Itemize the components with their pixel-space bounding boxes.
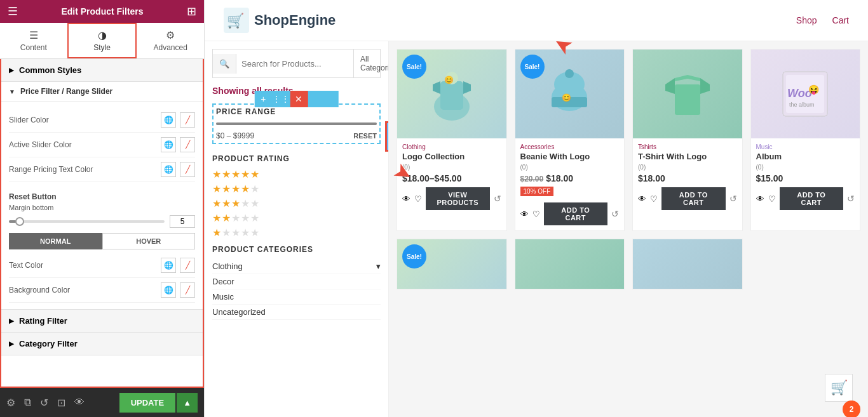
range-pricing-globe[interactable]: 🌐 xyxy=(161,162,176,177)
toggle-hover[interactable]: HOVER xyxy=(102,233,196,249)
product-info-2: Accessories Beanie With Logo (0) $20.00$… xyxy=(515,138,625,230)
product-rating-section: PRODUCT RATING ★★★★★ ★★★★★ ★★★★★ ★★★★★ xyxy=(212,154,381,239)
product-card-4: Woo the album 😝 Music Album (0) $15.00 👁… xyxy=(750,49,861,231)
slider-color-globe[interactable]: 🌐 xyxy=(161,112,176,128)
update-arrow-button[interactable]: ▲ xyxy=(177,393,198,413)
state-toggle: NORMAL HOVER xyxy=(9,233,195,249)
svg-marker-4 xyxy=(433,81,440,94)
slider-color-pick[interactable]: ╱ xyxy=(180,112,195,128)
add-to-cart-btn-3[interactable]: ADD TO CART xyxy=(661,187,726,210)
rating-1[interactable]: ★★★★★ xyxy=(212,227,381,239)
add-to-cart-btn-2[interactable]: ADD TO CART xyxy=(544,202,608,225)
update-button[interactable]: UPDATE xyxy=(119,393,175,413)
widget-move-btn[interactable]: ⋮⋮ xyxy=(272,91,290,107)
category-uncategorized[interactable]: Uncategorized xyxy=(212,305,381,320)
rating-2[interactable]: ★★★★★ xyxy=(212,212,381,224)
range-pricing-label: Range Pricing Text Color xyxy=(9,165,93,174)
eye-icon-1[interactable]: 👁 xyxy=(402,194,410,204)
categories-dropdown[interactable]: All Categories ▾ xyxy=(353,50,389,77)
price-range-fill xyxy=(216,122,377,125)
rating-options: ★★★★★ ★★★★★ ★★★★★ ★★★★★ ★★★★★ xyxy=(212,168,381,239)
panel-header: ☰ Edit Product Filters ⊞ xyxy=(0,0,204,23)
hamburger-icon[interactable]: ☰ xyxy=(8,4,18,18)
search-input[interactable] xyxy=(236,54,353,74)
product-image-7 xyxy=(633,239,742,289)
product-image-3 xyxy=(633,50,742,138)
left-panel: ☰ Edit Product Filters ⊞ ☰ Content ◑ Sty… xyxy=(0,0,205,417)
slider-track[interactable] xyxy=(9,220,165,223)
product-price-4: $15.00 xyxy=(756,173,855,183)
product-illustration-3 xyxy=(656,62,719,126)
rotate-icon-4[interactable]: ↺ xyxy=(847,194,855,204)
heart-icon-3[interactable]: ♡ xyxy=(650,194,658,204)
nav-cart[interactable]: Cart xyxy=(832,15,849,25)
advanced-icon: ⚙ xyxy=(166,29,175,41)
rotate-icon-1[interactable]: ↺ xyxy=(494,194,501,204)
text-color-globe[interactable]: 🌐 xyxy=(161,258,176,273)
product-categories-section: PRODUCT CATEGORIES Clothing ▾ Decor Musi… xyxy=(212,245,381,320)
shop-logo: 🛒 ShopEngine xyxy=(224,8,336,33)
widget-close-btn[interactable]: ✕ xyxy=(290,91,308,107)
margin-bottom-value[interactable] xyxy=(170,215,195,228)
text-color-row: Text Color 🌐 ╱ xyxy=(9,253,195,278)
toggle-normal[interactable]: NORMAL xyxy=(9,233,102,249)
tab-advanced[interactable]: ⚙ Advanced xyxy=(137,23,204,58)
category-clothing[interactable]: Clothing ▾ xyxy=(212,259,381,274)
category-filter-header[interactable]: ▶ Category Filter xyxy=(1,333,203,355)
bg-color-globe[interactable]: 🌐 xyxy=(161,282,176,298)
price-range-labels: $0 – $9999 RESET xyxy=(216,131,377,140)
rating-5[interactable]: ★★★★★ xyxy=(212,168,381,180)
view-products-btn-1[interactable]: VIEW PRODUCTS xyxy=(426,187,490,210)
rating-4[interactable]: ★★★★★ xyxy=(212,183,381,195)
heart-icon-4[interactable]: ♡ xyxy=(768,194,776,204)
stars-1: ★★★★★ xyxy=(212,227,260,239)
product-card-6 xyxy=(515,239,625,289)
margin-bottom-slider xyxy=(9,215,195,228)
rotate-icon-2[interactable]: ↺ xyxy=(611,209,619,219)
history-icon[interactable]: ↺ xyxy=(40,397,48,409)
price-range-track[interactable] xyxy=(216,122,377,125)
tab-content[interactable]: ☰ Content xyxy=(0,23,67,58)
sale-badge-2: Sale! xyxy=(520,55,545,79)
bg-color-pick[interactable]: ╱ xyxy=(180,282,195,298)
layers-icon[interactable]: ⧉ xyxy=(24,397,31,409)
widget-add-btn[interactable]: + xyxy=(254,91,272,107)
shop-nav: Shop Cart xyxy=(796,15,849,25)
search-icon[interactable]: 🔍 xyxy=(213,54,236,74)
product-card-5: Sale! xyxy=(397,239,507,289)
common-styles-header[interactable]: ▶ Common Styles xyxy=(1,59,203,82)
active-slider-pick[interactable]: ╱ xyxy=(180,137,195,152)
nav-shop[interactable]: Shop xyxy=(796,15,817,25)
product-actions-3: 👁 ♡ ADD TO CART ↺ xyxy=(638,187,737,210)
heart-icon-1[interactable]: ♡ xyxy=(414,194,422,204)
active-slider-globe[interactable]: 🌐 xyxy=(161,137,176,152)
heart-icon-2[interactable]: ♡ xyxy=(532,209,540,219)
add-to-cart-btn-4[interactable]: ADD TO CART xyxy=(780,187,844,210)
stars-3: ★★★★★ xyxy=(212,197,260,209)
eye-icon-3[interactable]: 👁 xyxy=(638,194,646,204)
range-pricing-text-color-row: Range Pricing Text Color 🌐 ╱ xyxy=(9,157,195,182)
settings-icon[interactable]: ⚙ xyxy=(6,397,15,409)
category-music[interactable]: Music xyxy=(212,289,381,305)
shop-header: 🛒 ShopEngine Shop Cart xyxy=(205,0,868,41)
product-info-3: Tshirts T-Shirt With Logo (0) $18.00 👁 ♡… xyxy=(633,138,742,215)
rating-filter-header[interactable]: ▶ Rating Filter xyxy=(1,310,203,333)
price-reset-btn[interactable]: RESET xyxy=(353,132,377,140)
text-color-pick[interactable]: ╱ xyxy=(180,258,195,273)
price-filter-header[interactable]: ▼ Price Filter / Range Slider xyxy=(1,82,203,102)
eye-icon-2[interactable]: 👁 xyxy=(520,209,529,219)
rotate-icon-3[interactable]: ↺ xyxy=(729,194,737,204)
eye-icon[interactable]: 👁 xyxy=(74,397,85,409)
responsive-icon[interactable]: ⊡ xyxy=(57,397,65,409)
svg-text:😊: 😊 xyxy=(444,75,454,84)
tab-style[interactable]: ◑ Style xyxy=(67,23,137,58)
eye-icon-4[interactable]: 👁 xyxy=(756,194,764,204)
svg-point-11 xyxy=(565,69,574,78)
rating-3[interactable]: ★★★★★ xyxy=(212,197,381,209)
grid-icon[interactable]: ⊞ xyxy=(187,4,196,18)
price-range-section: + ⋮⋮ ✕ PRICE RANGE $0 – $9999 xyxy=(212,103,381,144)
cart-icon-button[interactable]: 🛒 xyxy=(825,374,853,402)
slider-thumb[interactable] xyxy=(15,217,24,226)
range-pricing-pick[interactable]: ╱ xyxy=(180,162,195,177)
category-decor[interactable]: Decor xyxy=(212,274,381,289)
